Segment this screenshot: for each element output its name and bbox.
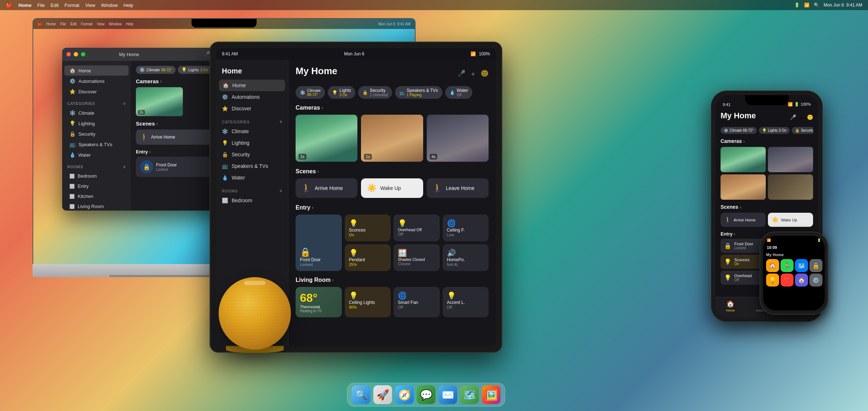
cameras-chevron-icon[interactable]: › xyxy=(322,105,323,110)
sidebar-item-bedroom[interactable]: ⬜ Bedroom xyxy=(64,171,129,181)
dock-finder[interactable]: 🔍 xyxy=(352,385,370,404)
ipad-sidebar-automations[interactable]: ⚙️ Automations xyxy=(216,91,288,103)
mac-home-menu[interactable]: Home xyxy=(46,22,56,26)
homepod-body[interactable] xyxy=(219,277,291,349)
sidebar-item-climate[interactable]: ❄️ Climate xyxy=(64,108,129,118)
iphone-chip-climate[interactable]: ❄️ Climate 68-72° xyxy=(721,127,757,134)
menubar-edit[interactable]: Edit xyxy=(51,3,59,8)
ipad-sidebar-water[interactable]: 💧 Water xyxy=(216,172,288,183)
iphone-scene-arrive-home[interactable]: 🚶 Arrive Home xyxy=(721,213,766,227)
watch-icon-home[interactable]: 🏠 xyxy=(766,259,779,272)
ipad-scene-arrive-home[interactable]: 🚶 Arrive Home xyxy=(296,178,357,198)
iphone-cam-4[interactable] xyxy=(768,174,813,200)
iphone-smiley-icon[interactable]: 🙂 xyxy=(807,114,813,121)
iphone-entry-arrow[interactable]: › xyxy=(734,232,735,237)
iphone-tab-home[interactable]: 🏠 Home xyxy=(726,300,735,312)
iphone-mic-icon[interactable]: 🎤 xyxy=(790,114,796,121)
iphone-chip-lights[interactable]: 💡 Lights 3 On xyxy=(759,127,790,134)
ipad-camera-indoor[interactable]: 4s xyxy=(427,115,489,162)
sidebar-item-lighting[interactable]: 💡 Lighting xyxy=(64,118,129,128)
dock-launchpad[interactable]: 🚀 xyxy=(373,385,392,404)
mac-edit-menu[interactable]: Edit xyxy=(70,22,77,26)
search-icon[interactable]: 🔍 xyxy=(814,3,819,8)
sidebar-item-home[interactable]: 🏠 Home xyxy=(64,65,129,76)
ipad-sidebar-lighting[interactable]: 💡 Lighting xyxy=(216,137,288,149)
watch-icon-garage[interactable]: 🏠 xyxy=(795,274,808,287)
mac-chip-climate[interactable]: ❄️ Climate 68-72° xyxy=(136,66,176,74)
menubar-window[interactable]: Window xyxy=(101,3,118,8)
mic-icon[interactable]: 🎤 xyxy=(204,51,210,58)
ipad-sidebar-discover[interactable]: ⭐ Discover xyxy=(216,103,288,114)
mac-format-menu[interactable]: Format xyxy=(81,22,93,26)
iphone-cam-2[interactable] xyxy=(768,147,813,172)
ipad-sidebar-security[interactable]: 🔒 Security xyxy=(216,149,288,160)
mac-window-menu[interactable]: Window xyxy=(109,22,122,26)
ipad-chip-speakers[interactable]: 📺 Speakers & TVs 1 Playing xyxy=(395,86,442,99)
watch-icon-lock[interactable]: 🔒 xyxy=(809,259,822,272)
dock-maps[interactable]: 🗺️ xyxy=(460,385,479,404)
ipad-scene-leave-home[interactable]: 🚶 Leave Home xyxy=(427,178,489,198)
living-room-arrow-icon[interactable]: › xyxy=(332,277,334,283)
ipad-front-door-card[interactable]: 🔒 Front Door Locked xyxy=(296,215,342,271)
cameras-arrow-icon[interactable]: › xyxy=(160,79,162,84)
watch-icon-settings[interactable]: ⚙️ xyxy=(809,274,822,287)
mac-apple-icon[interactable]: 🍎 xyxy=(38,22,42,26)
sidebar-item-livingroom[interactable]: ⬜ Living Room xyxy=(64,202,129,211)
ipad-sconces-card[interactable]: 💡 Sconces On xyxy=(345,215,391,241)
mac-chip-lights[interactable]: 💡 Lights 3 On xyxy=(178,66,212,74)
dock-mail[interactable]: ✉️ xyxy=(438,385,457,404)
iphone-scenes-arrow[interactable]: › xyxy=(740,205,741,210)
ipad-sidebar-climate[interactable]: ❄️ Climate xyxy=(216,126,288,137)
ipad-add-icon[interactable]: ＋ xyxy=(470,69,476,78)
dock-safari[interactable]: 🧭 xyxy=(395,385,414,404)
menubar-view[interactable]: View xyxy=(85,3,95,8)
ipad-thermostat-card[interactable]: 68° Thermostat Heating to 70 xyxy=(296,287,342,317)
iphone-cameras-arrow[interactable]: › xyxy=(743,139,745,144)
sidebar-item-automations[interactable]: ⚙️ Automations xyxy=(64,76,129,86)
minimize-button[interactable] xyxy=(74,52,78,56)
ipad-camera-pool[interactable]: 2s xyxy=(296,115,357,162)
apple-logo-icon[interactable]: 🍎 xyxy=(6,2,13,8)
close-button[interactable] xyxy=(66,52,71,56)
mac-view-menu[interactable]: View xyxy=(97,22,105,26)
sidebar-item-discover[interactable]: ⭐ Discover xyxy=(64,86,129,97)
maximize-button[interactable] xyxy=(81,52,85,56)
iphone-scene-wake-up[interactable]: ☀️ Wake Up xyxy=(768,213,813,227)
ipad-shades-card[interactable]: 🪟 Shades Closed Closed xyxy=(394,244,440,271)
watch-icon-lights[interactable]: 💡 xyxy=(766,274,779,287)
ipad-smiley-icon[interactable]: 🙂 xyxy=(481,69,489,78)
ipad-overhead-card[interactable]: 💡 Overhead Off Off xyxy=(394,215,440,241)
ipad-chip-water[interactable]: 💧 Water Off xyxy=(445,86,473,99)
dock-messages[interactable]: 💬 xyxy=(417,385,435,404)
ipad-chip-security[interactable]: 🔒 Security 1 Unlocked xyxy=(358,86,392,99)
entry-arrow-icon[interactable]: › xyxy=(149,149,151,154)
ipad-pendant-card[interactable]: 💡 Pendant 25% xyxy=(345,244,391,271)
menubar-help[interactable]: Help xyxy=(124,3,133,8)
ipad-categories-chevron[interactable]: ∨ xyxy=(279,119,283,124)
watch-icon-maps[interactable]: 🗺️ xyxy=(795,259,808,272)
sidebar-item-kitchen[interactable]: ⬜ Kitchen xyxy=(64,191,129,201)
ipad-sidebar-bedroom[interactable]: ⬜ Bedroom xyxy=(216,195,288,206)
ipad-smart-fan-card[interactable]: 🌀 Smart Fan Off xyxy=(394,287,440,317)
mac-help-menu[interactable]: Help xyxy=(126,22,134,26)
ipad-accent-lights-card[interactable]: 💡 Accent L. Off xyxy=(443,287,489,317)
sidebar-item-speakers[interactable]: 📺 Speakers & TVs xyxy=(64,139,129,149)
scenes-arrow-icon[interactable]: › xyxy=(156,121,158,126)
ipad-sidebar-speakers[interactable]: 📺 Speakers & TVs xyxy=(216,160,288,172)
entry-room-arrow-icon[interactable]: › xyxy=(312,205,313,210)
watch-icon-activity[interactable]: 🏃 xyxy=(781,259,794,272)
sidebar-item-entry[interactable]: ⬜ Entry xyxy=(64,181,129,191)
rooms-chevron-icon[interactable]: ∨ xyxy=(123,165,126,169)
iphone-chip-security[interactable]: 🔒 Security xyxy=(792,127,813,134)
chevron-down-icon[interactable]: ∨ xyxy=(123,101,126,106)
camera-thumb-pool[interactable]: 2s xyxy=(136,87,183,116)
menubar-file[interactable]: File xyxy=(37,3,45,8)
iphone-cam-3[interactable] xyxy=(721,174,766,200)
menubar-format[interactable]: Format xyxy=(64,3,79,8)
iphone-add-icon[interactable]: ＋ xyxy=(799,114,804,121)
ipad-ceiling-lights-card[interactable]: 💡 Ceiling Lights 90% xyxy=(345,287,391,317)
sidebar-item-security[interactable]: 🔒 Security xyxy=(64,129,129,139)
ipad-homepod-card[interactable]: 🔊 HomePo. Not Al. xyxy=(443,244,489,271)
ipad-mic-icon[interactable]: 🎤 xyxy=(457,69,465,78)
scenes-chevron-icon[interactable]: › xyxy=(317,169,319,174)
